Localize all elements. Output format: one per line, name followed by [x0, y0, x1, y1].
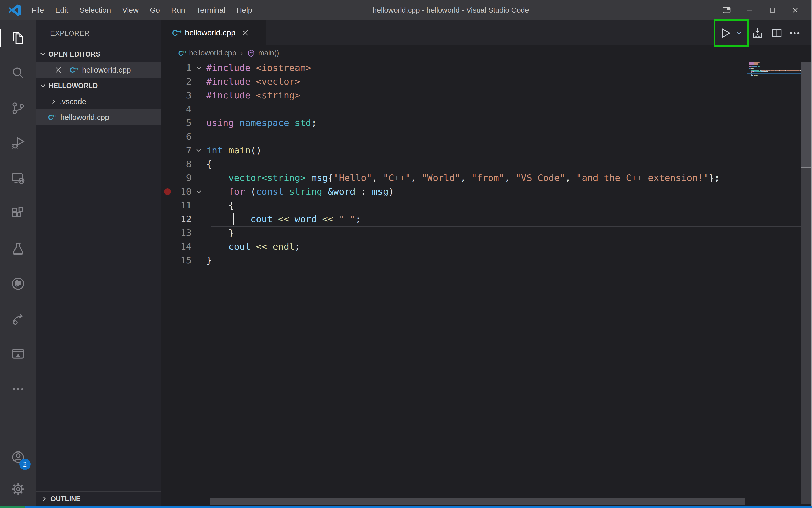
menu-edit[interactable]: Edit: [49, 0, 74, 20]
code-line-14[interactable]: 14 cout << endl;: [161, 240, 812, 253]
editor-more-actions-icon[interactable]: [787, 26, 802, 41]
tree-item-helloworld-cpp[interactable]: C++ helloworld.cpp: [36, 110, 161, 125]
line-number[interactable]: 13: [174, 226, 192, 240]
line-number[interactable]: 7: [174, 143, 192, 157]
line-number[interactable]: 11: [174, 199, 192, 212]
close-tab-icon[interactable]: [242, 30, 248, 36]
line-number[interactable]: 6: [174, 130, 192, 143]
breakpoint-gutter[interactable]: [161, 185, 174, 199]
remote-explorer-icon[interactable]: [0, 161, 36, 196]
fold-chevron-icon[interactable]: [192, 61, 206, 75]
fold-chevron-icon[interactable]: [192, 185, 206, 199]
remote-indicator[interactable]: [0, 506, 25, 508]
menu-help[interactable]: Help: [231, 0, 258, 20]
vertical-scrollbar-thumb[interactable]: [801, 62, 811, 168]
breakpoint-gutter[interactable]: [161, 143, 174, 157]
cpp-file-icon: C++: [172, 28, 181, 37]
maximize-icon[interactable]: [761, 0, 784, 20]
breakpoint-gutter[interactable]: [161, 157, 174, 171]
more-views-icon[interactable]: [0, 372, 36, 407]
breakpoint-gutter[interactable]: [161, 226, 174, 240]
activity-bar: 2: [0, 20, 36, 506]
code-line-2[interactable]: 2#include <vector>: [161, 75, 812, 89]
breakpoint-gutter[interactable]: [161, 240, 174, 253]
code-line-13[interactable]: 13 }: [161, 226, 812, 240]
split-editor-icon[interactable]: [769, 26, 784, 41]
tree-item-vscode-folder[interactable]: .vscode: [36, 94, 161, 110]
breakpoint-gutter[interactable]: [161, 89, 174, 102]
menu-view[interactable]: View: [116, 0, 144, 20]
breakpoint-gutter[interactable]: [161, 116, 174, 130]
line-number[interactable]: 15: [174, 253, 192, 267]
tab-helloworld-cpp[interactable]: C++ helloworld.cpp: [161, 20, 266, 45]
extensions-icon[interactable]: [0, 196, 36, 231]
live-share-icon[interactable]: [0, 301, 36, 336]
breadcrumb-symbol[interactable]: main(): [258, 49, 279, 57]
explorer-icon[interactable]: [0, 20, 36, 55]
line-number[interactable]: 5: [174, 116, 192, 130]
code-line-7[interactable]: 7int main(): [161, 143, 812, 157]
line-number[interactable]: 2: [174, 75, 192, 89]
source-control-icon[interactable]: [0, 91, 36, 126]
minimize-icon[interactable]: [738, 0, 761, 20]
search-icon[interactable]: [0, 55, 36, 91]
code-line-12[interactable]: 12 cout << word << " ";: [161, 212, 812, 226]
code-line-1[interactable]: 1#include <iostream>: [161, 61, 812, 75]
menu-selection[interactable]: Selection: [74, 0, 116, 20]
fold-chevron-icon[interactable]: [192, 143, 206, 157]
status-bar[interactable]: [25, 506, 812, 508]
breakpoint-gutter[interactable]: [161, 212, 174, 226]
code-line-8[interactable]: 8{: [161, 157, 812, 171]
close-editor-icon[interactable]: [55, 67, 62, 73]
page-scrollbar[interactable]: [811, 0, 812, 506]
code-line-15[interactable]: 15}: [161, 253, 812, 267]
settings-gear-icon[interactable]: [0, 474, 36, 504]
fold-gutter: [192, 102, 206, 116]
open-editors-section[interactable]: OPEN EDITORS: [36, 46, 161, 62]
code-line-11[interactable]: 11 {: [161, 199, 812, 212]
code-line-4[interactable]: 4: [161, 102, 812, 116]
live-preview-icon[interactable]: [0, 336, 36, 372]
menu-file[interactable]: File: [26, 0, 49, 20]
code-line-3[interactable]: 3#include <string>: [161, 89, 812, 102]
code-text: {: [206, 157, 212, 171]
github-icon[interactable]: [0, 266, 36, 301]
line-number[interactable]: 14: [174, 240, 192, 253]
breakpoint-gutter[interactable]: [161, 171, 174, 185]
breakpoint-gutter[interactable]: [161, 253, 174, 267]
breakpoint-gutter[interactable]: [161, 61, 174, 75]
accounts-icon[interactable]: 2: [0, 440, 36, 474]
breakpoint-gutter[interactable]: [161, 75, 174, 89]
line-number[interactable]: 1: [174, 61, 192, 75]
line-number[interactable]: 8: [174, 157, 192, 171]
breakpoint-gutter[interactable]: [161, 199, 174, 212]
run-and-debug-icon[interactable]: [0, 126, 36, 161]
breakpoint-gutter[interactable]: [161, 130, 174, 143]
code-line-5[interactable]: 5using namespace std;: [161, 116, 812, 130]
menu-run[interactable]: Run: [165, 0, 191, 20]
folder-section[interactable]: HELLOWORLD: [36, 78, 161, 94]
close-window-icon[interactable]: [784, 0, 807, 20]
outline-section[interactable]: OUTLINE: [36, 491, 161, 506]
code-line-6[interactable]: 6: [161, 130, 812, 143]
code-line-9[interactable]: 9 vector<string> msg{"Hello", "C++", "Wo…: [161, 171, 812, 185]
install-icon[interactable]: [750, 26, 765, 41]
vertical-scrollbar[interactable]: [801, 62, 811, 504]
breakpoint-gutter[interactable]: [161, 102, 174, 116]
breadcrumb[interactable]: C++ helloworld.cpp › main(): [161, 45, 812, 61]
testing-icon[interactable]: [0, 231, 36, 266]
menu-go[interactable]: Go: [144, 0, 165, 20]
line-number[interactable]: 9: [174, 171, 192, 185]
breakpoint-dot[interactable]: [164, 188, 171, 195]
line-number[interactable]: 3: [174, 89, 192, 102]
menu-terminal[interactable]: Terminal: [191, 0, 231, 20]
line-number[interactable]: 12: [174, 212, 192, 226]
horizontal-scrollbar-thumb[interactable]: [210, 498, 745, 505]
open-editor-item[interactable]: C++ helloworld.cpp: [36, 62, 161, 78]
customize-layout-icon[interactable]: [715, 0, 738, 20]
line-number[interactable]: 4: [174, 102, 192, 116]
line-number[interactable]: 10: [174, 185, 192, 199]
code-line-10[interactable]: 10 for (const string &word : msg): [161, 185, 812, 199]
breadcrumb-file[interactable]: helloworld.cpp: [189, 49, 236, 57]
code-area[interactable]: 1#include <iostream>2#include <vector>3#…: [161, 61, 812, 506]
